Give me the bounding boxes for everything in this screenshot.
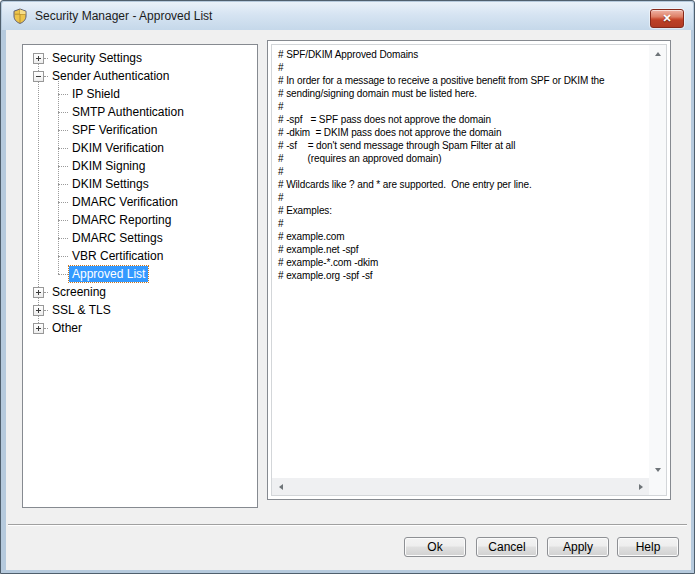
tree-connector-stub: [58, 256, 68, 257]
tree-item-label[interactable]: DKIM Settings: [69, 176, 152, 192]
tree-item-label[interactable]: Security Settings: [49, 50, 145, 66]
expand-plus-icon[interactable]: [33, 305, 44, 316]
tree-connector-stub: [58, 220, 68, 221]
scroll-right-button[interactable]: [632, 478, 649, 495]
tree-connector-stub: [58, 112, 68, 113]
tree-item-dkim-signing[interactable]: DKIM Signing: [23, 157, 257, 175]
tree-connector-stub: [58, 166, 68, 167]
tree-connector-stub: [44, 328, 48, 329]
horizontal-scrollbar[interactable]: [272, 478, 649, 495]
expand-plus-icon[interactable]: [33, 53, 44, 64]
tree-connector-stub: [44, 292, 48, 293]
tree-item-label[interactable]: DKIM Verification: [69, 140, 167, 156]
tree-item-smtp-authentication[interactable]: SMTP Authentication: [23, 103, 257, 121]
tree-connector-stub: [58, 94, 68, 95]
scroll-down-button[interactable]: [649, 461, 666, 478]
tree-connector-stub: [58, 274, 68, 275]
tree-connector-stub: [44, 310, 48, 311]
expand-plus-icon[interactable]: [33, 323, 44, 334]
collapse-minus-icon[interactable]: [33, 71, 44, 82]
apply-button[interactable]: Apply: [547, 537, 609, 557]
tree-connector-stub: [44, 58, 48, 59]
tree-connector-stub: [58, 130, 68, 131]
tree-view[interactable]: Security SettingsSender AuthenticationIP…: [23, 45, 257, 507]
ok-button[interactable]: Ok: [404, 537, 466, 557]
tree-item-label[interactable]: SSL & TLS: [49, 302, 114, 318]
scroll-left-button[interactable]: [272, 478, 289, 495]
vertical-scrollbar[interactable]: [649, 45, 666, 478]
cancel-button[interactable]: Cancel: [476, 537, 538, 557]
scrollbar-corner: [649, 478, 666, 495]
tree-item-label[interactable]: Sender Authentication: [49, 68, 172, 84]
scroll-down-arrow-icon: [655, 468, 661, 472]
tree-item-label[interactable]: Other: [49, 320, 85, 336]
tree-item-dmarc-settings[interactable]: DMARC Settings: [23, 229, 257, 247]
tree-item-label[interactable]: IP Shield: [69, 86, 123, 102]
titlebar[interactable]: Security Manager - Approved List ✕: [2, 2, 693, 30]
tree-item-vbr-certification[interactable]: VBR Certification: [23, 247, 257, 265]
settings-tree-panel: Security SettingsSender AuthenticationIP…: [22, 44, 258, 508]
tree-connector-stub: [44, 76, 48, 77]
security-manager-dialog: Security Manager - Approved List ✕ Secur…: [0, 0, 695, 574]
scroll-up-button[interactable]: [649, 45, 666, 62]
tree-item-screening[interactable]: Screening: [23, 283, 257, 301]
tree-item-approved-list[interactable]: Approved List: [23, 265, 257, 283]
button-area-divider: [8, 524, 687, 526]
tree-item-sender-authentication[interactable]: Sender Authentication: [23, 67, 257, 85]
expand-plus-icon[interactable]: [33, 287, 44, 298]
tree-item-ip-shield[interactable]: IP Shield: [23, 85, 257, 103]
scroll-up-arrow-icon: [655, 52, 661, 56]
approved-list-frame: # SPF/DKIM Approved Domains # # In order…: [267, 40, 671, 500]
tree-item-label[interactable]: SPF Verification: [69, 122, 160, 138]
tree-item-label[interactable]: VBR Certification: [69, 248, 166, 264]
tree-connector-stub: [58, 148, 68, 149]
help-button[interactable]: Help: [617, 537, 679, 557]
approved-domains-text[interactable]: # SPF/DKIM Approved Domains # # In order…: [272, 45, 649, 478]
tree-item-spf-verification[interactable]: SPF Verification: [23, 121, 257, 139]
tree-item-dkim-settings[interactable]: DKIM Settings: [23, 175, 257, 193]
tree-item-security-settings[interactable]: Security Settings: [23, 49, 257, 67]
dialog-client-area: Security SettingsSender AuthenticationIP…: [6, 30, 691, 570]
close-button[interactable]: ✕: [650, 9, 684, 28]
tree-item-label[interactable]: Screening: [49, 284, 109, 300]
tree-item-label[interactable]: SMTP Authentication: [69, 104, 187, 120]
tree-item-dmarc-reporting[interactable]: DMARC Reporting: [23, 211, 257, 229]
security-shield-icon: [12, 8, 28, 24]
tree-item-label[interactable]: DKIM Signing: [69, 158, 148, 174]
tree-item-dmarc-verification[interactable]: DMARC Verification: [23, 193, 257, 211]
tree-item-label[interactable]: DMARC Verification: [69, 194, 181, 210]
tree-item-label[interactable]: Approved List: [69, 266, 148, 282]
tree-connector-stub: [58, 238, 68, 239]
tree-item-ssl-tls[interactable]: SSL & TLS: [23, 301, 257, 319]
tree-item-label[interactable]: DMARC Reporting: [69, 212, 174, 228]
tree-connector-stub: [58, 202, 68, 203]
tree-item-other[interactable]: Other: [23, 319, 257, 337]
tree-connector-stub: [58, 184, 68, 185]
scroll-left-arrow-icon: [279, 484, 283, 490]
window-title: Security Manager - Approved List: [35, 9, 212, 23]
tree-item-label[interactable]: DMARC Settings: [69, 230, 166, 246]
tree-item-dkim-verification[interactable]: DKIM Verification: [23, 139, 257, 157]
scroll-right-arrow-icon: [639, 484, 643, 490]
approved-list-editor: # SPF/DKIM Approved Domains # # In order…: [271, 44, 667, 496]
close-x-icon: ✕: [662, 12, 671, 24]
